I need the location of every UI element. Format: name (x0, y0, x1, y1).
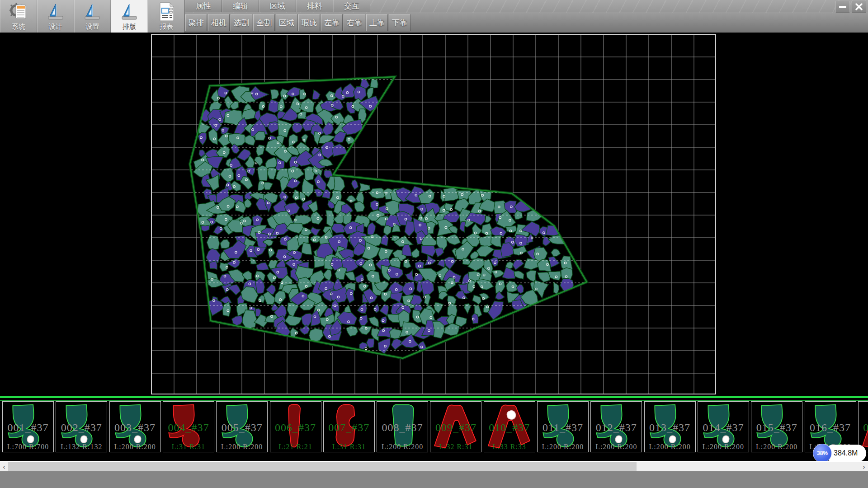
minimize-button[interactable] (835, 1, 850, 13)
thumbnail-label: 013_#37 (645, 422, 695, 434)
thumbnail-lr-count: L:31 R:31 (163, 443, 214, 451)
tool-button-4[interactable]: 区域 (276, 14, 297, 31)
bottom-filler (0, 471, 868, 488)
thumbnail-label: 016_#37 (805, 422, 856, 434)
thumbnail-label: 004_#37 (163, 422, 214, 434)
thumbnail-label: 017_#37 (859, 422, 868, 434)
menu-item-交互[interactable]: 交互 (333, 0, 370, 12)
strip-divider-line (0, 396, 868, 398)
thumbnail-cell-006_#37[interactable]: 006_#37L:21 R:21 (270, 401, 321, 452)
thumbnail-cell-005_#37[interactable]: 005_#37L:200 R:200 (216, 401, 268, 452)
thumbnail-lr-count: L:200 R:200 (538, 443, 588, 451)
thumbnail-label: 008_#37 (377, 422, 428, 434)
thumbnail-lr-count: L:200 R:200 (645, 443, 695, 451)
strip-divider-line-2 (0, 400, 868, 401)
thumbnail-label: 014_#37 (698, 422, 749, 434)
thumbnail-lr-count: L:31 R:31 (324, 443, 374, 451)
thumbnail-lr-count: L:33 R:33 (484, 443, 535, 451)
scroll-left-arrow[interactable]: ‹ (0, 462, 8, 471)
scrollbar-thumb[interactable] (8, 462, 637, 471)
nav-item-报表[interactable]: 报表 (148, 0, 185, 33)
thumbnail-cell-007_#37[interactable]: 007_#37L:31 R:31 (323, 401, 375, 452)
thumbnail-label: 007_#37 (324, 422, 374, 434)
thumbnail-cell-014_#37[interactable]: 014_#37L:200 R:200 (698, 401, 749, 452)
thumbnail-lr-count: L:132 R:132 (56, 443, 107, 451)
design-ruler-icon (45, 1, 66, 22)
close-icon (855, 3, 863, 10)
tool-button-8[interactable]: 上靠 (366, 14, 388, 31)
thumbnail-cell-008_#37[interactable]: 008_#37L:200 R:200 (377, 401, 428, 452)
nav-item-label: 报表 (160, 23, 173, 31)
canvas-area[interactable] (0, 33, 868, 396)
nav-item-label: 设计 (49, 23, 62, 31)
thumbnail-lr-count: L:200 R:200 (377, 443, 428, 451)
thumbnail-label: 015_#37 (751, 422, 802, 434)
tool-button-5[interactable]: 瑕疵 (298, 14, 320, 31)
nav-bar: 系统设计设置排版报表 (0, 0, 185, 33)
thumbnail-cell-012_#37[interactable]: 012_#37L:200 R:200 (590, 401, 642, 452)
memory-used: 384.8M (834, 444, 865, 463)
thumbnail-cell-013_#37[interactable]: 013_#37L:200 R:200 (644, 401, 696, 452)
thumbnail-cell-003_#37[interactable]: 003_#37L:200 R:200 (109, 401, 161, 452)
thumbnail-cell-009_#37[interactable]: 009_#37L:32 R:31 (430, 401, 481, 452)
settings-ruler-icon (82, 1, 103, 22)
nav-item-排版[interactable]: 排版 (111, 0, 148, 33)
nesting-canvas[interactable] (0, 33, 868, 396)
app-window: 属性编辑区域排料交互 聚排相机选割全割区域瑕疵左靠右靠上靠下靠 系统设计设置排版… (0, 0, 868, 488)
memory-percent-circle: 38% (813, 444, 832, 463)
menu-item-排料[interactable]: 排料 (296, 0, 333, 12)
thumbnail-cell-011_#37[interactable]: 011_#37L:200 R:200 (537, 401, 589, 452)
thumbnail-lr-count: L:32 R:31 (430, 443, 481, 451)
menu-item-属性[interactable]: 属性 (185, 0, 222, 12)
nesting-ruler-icon (119, 1, 140, 22)
report-doc-icon (156, 1, 177, 22)
title-bar: 属性编辑区域排料交互 聚排相机选割全割区域瑕疵左靠右靠上靠下靠 系统设计设置排版… (0, 0, 868, 33)
horizontal-scrollbar[interactable]: ‹ › (0, 461, 868, 472)
tool-button-1[interactable]: 相机 (208, 14, 230, 31)
close-button[interactable] (852, 1, 866, 13)
thumbnail-label: 011_#37 (538, 422, 588, 434)
system-gear-icon (8, 1, 29, 22)
thumbnail-cell-002_#37[interactable]: 002_#37L:132 R:132 (56, 401, 107, 452)
tool-button-6[interactable]: 左靠 (321, 14, 343, 31)
thumbnail-lr-count: L:21 R:21 (270, 443, 321, 451)
nav-item-label: 设置 (85, 23, 99, 31)
thumbnail-label: 006_#37 (270, 422, 321, 434)
thumbnail-lr-count: L:200 R:200 (217, 443, 267, 451)
toolbar: 聚排相机选割全割区域瑕疵左靠右靠上靠下靠 (185, 13, 868, 33)
thumbnail-label: 001_#37 (3, 422, 53, 434)
nav-item-设置[interactable]: 设置 (74, 0, 111, 33)
minimize-icon (839, 6, 846, 8)
memory-percent: 38% (817, 450, 828, 456)
nav-item-label: 排版 (123, 23, 136, 31)
thumbnail-lr-count: L:700 R:700 (3, 443, 53, 451)
thumbnail-cell-015_#37[interactable]: 015_#37L:200 R:200 (751, 401, 802, 452)
menu-bar: 属性编辑区域排料交互 (185, 0, 370, 13)
scroll-right-arrow[interactable]: › (860, 462, 868, 471)
thumbnail-label: 012_#37 (591, 422, 642, 434)
thumbnail-lr-count: L:200 R:200 (591, 443, 642, 451)
tool-button-0[interactable]: 聚排 (185, 14, 207, 31)
thumbnail-label: 005_#37 (217, 422, 267, 434)
nav-item-设计[interactable]: 设计 (37, 0, 74, 33)
thumbnail-label: 009_#37 (430, 422, 481, 434)
tool-button-7[interactable]: 右靠 (344, 14, 365, 31)
thumbnail-lr-count: L:200 R:200 (110, 443, 160, 451)
thumbnail-label: 010_#37 (484, 422, 535, 434)
thumbnail-lr-count: L:200 R:200 (698, 443, 749, 451)
thumbnail-label: 003_#37 (110, 422, 160, 434)
menu-item-编辑[interactable]: 编辑 (222, 0, 259, 12)
thumbnail-lr-count: L:200 R:200 (751, 443, 802, 451)
nav-item-label: 系统 (12, 23, 25, 31)
tool-button-2[interactable]: 选割 (231, 14, 252, 31)
window-controls (835, 1, 866, 13)
thumbnail-cell-004_#37[interactable]: 004_#37L:31 R:31 (163, 401, 214, 452)
nav-item-系统[interactable]: 系统 (0, 0, 37, 33)
menu-item-区域[interactable]: 区域 (259, 0, 296, 12)
film-strip: 001_#37L:700 R:700002_#37L:132 R:132003_… (0, 396, 868, 455)
tool-button-3[interactable]: 全割 (253, 14, 275, 31)
thumbnail-cell-010_#37[interactable]: 010_#37L:33 R:33 (484, 401, 535, 452)
thumbnail-label: 002_#37 (56, 422, 107, 434)
thumbnail-cell-001_#37[interactable]: 001_#37L:700 R:700 (2, 401, 54, 452)
tool-button-9[interactable]: 下靠 (389, 14, 410, 31)
